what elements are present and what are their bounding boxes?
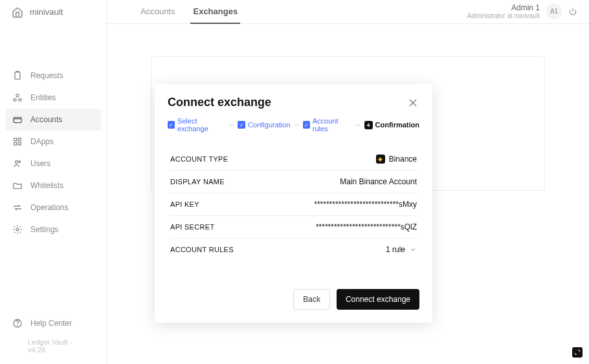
back-button[interactable]: Back [293, 289, 330, 310]
modal-title: Connect exchange [168, 96, 271, 109]
step-separator [355, 125, 360, 125]
summary-value: ◆ Binance [376, 155, 417, 164]
step-separator [294, 125, 299, 125]
step-label: Configuration [248, 121, 290, 129]
step-separator [229, 125, 234, 125]
summary-label: API KEY [170, 200, 199, 208]
row-display-name: DISPLAY NAME Main Binance Account [170, 171, 417, 193]
binance-icon: ◆ [376, 155, 385, 164]
close-icon[interactable] [406, 96, 419, 109]
step-label: Select exchange [177, 117, 225, 133]
check-icon: ✓ [168, 121, 175, 129]
step-configuration: ✓ Configuration [238, 121, 290, 129]
row-account-type: ACCOUNT TYPE ◆ Binance [170, 148, 417, 171]
step-label: Confirmation [375, 121, 419, 129]
summary-label: API SECRET [170, 223, 214, 231]
expand-icon [574, 349, 581, 356]
rules-count: 1 rule [386, 245, 405, 254]
expand-fab[interactable] [572, 347, 583, 358]
summary-label: DISPLAY NAME [170, 178, 225, 186]
summary-label: ACCOUNT RULES [170, 246, 234, 253]
display-name-value: Main Binance Account [340, 177, 417, 186]
summary-label: ACCOUNT TYPE [170, 155, 228, 163]
modal-footer: Back Connect exchange [155, 279, 432, 323]
row-api-key: API KEY ****************************sMxy [170, 193, 417, 216]
summary: ACCOUNT TYPE ◆ Binance DISPLAY NAME Main… [155, 142, 432, 267]
stepper: ✓ Select exchange ✓ Configuration ✓ Acco… [155, 117, 432, 142]
check-icon: ✓ [238, 121, 245, 129]
modal-header: Connect exchange [155, 84, 432, 117]
account-rules-value: 1 rule [386, 245, 417, 254]
chevron-down-icon [409, 246, 417, 253]
step-label: Account rules [313, 117, 352, 133]
account-type-value: Binance [389, 155, 417, 164]
api-secret-value: ****************************sQlZ [316, 222, 417, 231]
step-number: 4 [364, 121, 373, 129]
row-account-rules[interactable]: ACCOUNT RULES 1 rule [170, 239, 417, 261]
check-icon: ✓ [303, 121, 310, 129]
api-key-value: ****************************sMxy [314, 200, 417, 209]
step-select-exchange: ✓ Select exchange [168, 117, 225, 133]
connect-exchange-button[interactable]: Connect exchange [337, 289, 419, 310]
step-confirmation: 4 Confirmation [364, 121, 419, 129]
connect-exchange-modal: Connect exchange ✓ Select exchange ✓ Con… [155, 84, 432, 323]
step-account-rules: ✓ Account rules [303, 117, 351, 133]
row-api-secret: API SECRET ****************************s… [170, 216, 417, 239]
